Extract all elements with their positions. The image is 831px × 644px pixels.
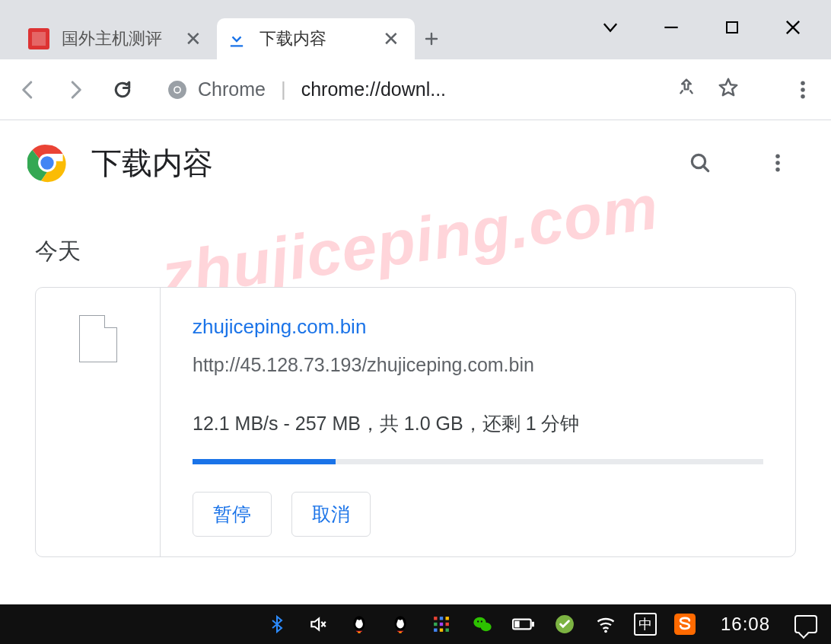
svg-point-15	[775, 167, 780, 172]
file-icon	[79, 315, 117, 362]
reload-button[interactable]	[110, 77, 135, 103]
chrome-logo-icon	[27, 143, 67, 183]
download-card: zhujiceping.com.bin http://45.128.73.193…	[35, 287, 796, 557]
svg-rect-27	[440, 617, 443, 620]
close-icon[interactable]: ✕	[185, 27, 202, 51]
favicon-icon	[28, 28, 49, 49]
ime-label: 中	[638, 615, 652, 633]
svg-point-43	[604, 630, 607, 633]
tab-inactive[interactable]: 国外主机测评 ✕	[19, 18, 217, 59]
chrome-icon	[167, 80, 187, 100]
pause-button[interactable]: 暂停	[193, 492, 272, 537]
maximize-button[interactable]	[721, 17, 743, 38]
tab-title: 国外主机测评	[62, 27, 176, 50]
svg-point-25	[399, 632, 402, 633]
svg-point-24	[401, 620, 403, 623]
close-icon[interactable]: ✕	[383, 27, 400, 51]
tab-title: 下载内容	[259, 27, 374, 50]
svg-point-13	[775, 155, 780, 159]
downloads-header: 下载内容	[0, 120, 831, 206]
svg-point-5	[175, 87, 180, 92]
downloads-content: 今天 zhujiceping.com.bin http://45.128.73.…	[0, 206, 831, 557]
svg-point-38	[481, 620, 482, 622]
svg-point-36	[481, 623, 492, 632]
battery-icon[interactable]	[511, 611, 536, 637]
volume-mute-icon[interactable]	[305, 611, 331, 637]
check-circle-icon[interactable]	[552, 611, 578, 637]
svg-rect-1	[32, 32, 46, 46]
download-icon	[226, 28, 247, 49]
sogou-icon[interactable]	[672, 611, 698, 637]
svg-rect-32	[434, 629, 437, 632]
svg-point-7	[801, 88, 805, 92]
download-url: http://45.128.73.193/zhujiceping.com.bin	[193, 354, 763, 376]
svg-rect-30	[440, 623, 443, 626]
omnibox-url: chrome://downl...	[301, 78, 665, 100]
ime-indicator[interactable]: 中	[634, 613, 657, 636]
svg-point-8	[801, 94, 805, 99]
svg-point-37	[477, 620, 479, 622]
share-icon[interactable]	[676, 77, 697, 103]
download-info: zhujiceping.com.bin http://45.128.73.193…	[161, 288, 795, 556]
svg-rect-2	[727, 22, 737, 33]
system-taskbar: 中 16:08	[0, 604, 831, 644]
qq-icon-2[interactable]	[387, 611, 413, 637]
download-status: 12.1 MB/s - 257 MB，共 1.0 GB，还剩 1 分钟	[193, 411, 763, 436]
section-today-label: 今天	[35, 236, 796, 267]
progress-fill	[193, 459, 336, 464]
grid-icon[interactable]	[428, 611, 454, 637]
download-filename[interactable]: zhujiceping.com.bin	[193, 315, 763, 339]
svg-rect-29	[434, 623, 437, 626]
back-button[interactable]	[15, 77, 41, 103]
svg-rect-41	[514, 621, 519, 628]
svg-point-23	[397, 620, 400, 623]
svg-rect-28	[445, 617, 448, 620]
tab-active[interactable]: 下载内容 ✕	[217, 18, 415, 59]
svg-point-18	[356, 620, 358, 623]
page-title: 下载内容	[91, 142, 659, 184]
browser-menu-button[interactable]	[790, 77, 816, 103]
svg-point-14	[775, 161, 780, 165]
separator: |	[281, 78, 286, 101]
address-bar[interactable]: Chrome | chrome://downl...	[157, 69, 756, 110]
omnibox-label: Chrome	[198, 78, 266, 100]
window-controls	[600, 0, 831, 38]
progress-bar	[193, 459, 763, 464]
minimize-button[interactable]	[661, 17, 682, 38]
svg-rect-40	[532, 622, 534, 626]
taskbar-clock[interactable]: 16:08	[721, 614, 770, 635]
action-center-icon[interactable]	[793, 611, 819, 637]
star-icon[interactable]	[717, 76, 740, 104]
svg-point-6	[801, 81, 805, 85]
svg-point-19	[360, 620, 362, 623]
page-menu-button[interactable]	[761, 146, 794, 180]
new-tab-button[interactable]	[415, 18, 448, 59]
file-icon-column	[36, 288, 161, 556]
wifi-icon[interactable]	[593, 611, 619, 637]
bluetooth-icon[interactable]	[264, 611, 290, 637]
chevron-down-icon[interactable]	[600, 17, 621, 38]
qq-icon[interactable]	[346, 611, 372, 637]
wechat-icon[interactable]	[470, 611, 495, 637]
svg-point-20	[358, 632, 361, 633]
window-close-button[interactable]	[782, 17, 804, 38]
browser-tabstrip: 国外主机测评 ✕ 下载内容 ✕	[0, 0, 831, 59]
svg-rect-34	[445, 629, 448, 632]
svg-rect-26	[434, 617, 437, 620]
browser-toolbar: Chrome | chrome://downl...	[0, 59, 831, 120]
search-button[interactable]	[683, 146, 717, 180]
svg-rect-33	[440, 629, 443, 632]
forward-button[interactable]	[62, 77, 88, 103]
svg-rect-31	[445, 623, 448, 626]
cancel-button[interactable]: 取消	[291, 492, 371, 537]
